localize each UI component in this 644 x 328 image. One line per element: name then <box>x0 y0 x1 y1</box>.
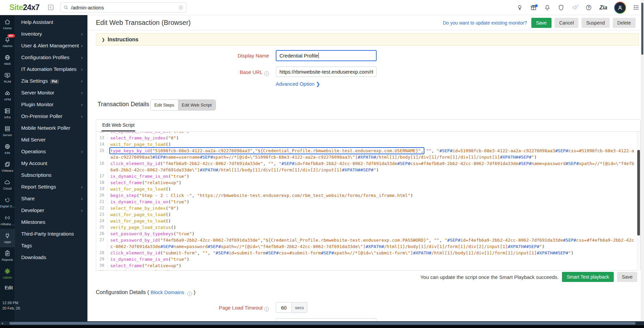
script-save-button[interactable]: Save <box>617 272 637 282</box>
rail-item-rum[interactable]: RUM <box>0 69 15 86</box>
code-line-25[interactable]: 25verify_page_load_status() <box>96 224 640 231</box>
rail-item-server[interactable]: Server <box>0 122 15 140</box>
sidebar-item-milestones[interactable]: Milestones <box>15 216 87 228</box>
code-line-17[interactable]: 17is_dynamic_frame_is_on("true") <box>96 173 640 179</box>
toggle-edit-web-script[interactable]: Edit Web Script <box>178 100 215 110</box>
code-line-16[interactable]: 16click_element_by_id("f4efb6a9-2bb2-42c… <box>96 160 640 173</box>
apps-grid-icon[interactable] <box>632 4 640 12</box>
bell-icon[interactable] <box>543 4 551 12</box>
code-line-23[interactable]: 23wait_for_page_to_load() <box>96 211 640 218</box>
sidebar-item-mobile-network-poller[interactable]: Mobile Network Poller <box>15 122 87 134</box>
base-url-input[interactable] <box>276 67 377 77</box>
rail-item-k8s[interactable]: K8s <box>0 140 15 158</box>
suspend-button[interactable]: Suspend <box>581 18 609 28</box>
code-line-31[interactable]: 31wait_for_page_to_load() <box>96 269 640 271</box>
code-line-12[interactable]: 12is_dynamic_frame_is_on("true") <box>96 132 640 135</box>
code-line-13[interactable]: 13select_frame_by_index("0") <box>96 135 640 141</box>
code-editor[interactable]: 12is_dynamic_frame_is_on("true")13select… <box>96 132 640 271</box>
page-horizontal-scrollbar-thumb[interactable] <box>9 322 636 325</box>
code-line-28[interactable]: 28click_element_by_id("submit-form", "",… <box>96 250 640 256</box>
rail-item-alibaba[interactable]: Alibaba ... <box>0 211 15 229</box>
lightbulb-icon[interactable] <box>516 4 524 12</box>
sidebar-item-tags[interactable]: Tags <box>15 240 87 251</box>
clear-search-icon[interactable] <box>178 5 184 10</box>
code-line-29[interactable]: 29is_dynamic_frame_is_on("true") <box>96 256 640 262</box>
smart-test-playback-button[interactable]: Smart Test playback <box>562 272 614 282</box>
editor-scrollbar[interactable] <box>637 132 640 271</box>
instructions-accordion[interactable]: ❯ Instructions <box>96 33 639 46</box>
avatar[interactable] <box>614 2 626 14</box>
megaphone-icon[interactable] <box>571 4 579 12</box>
rail-item-infra[interactable]: Infra <box>0 104 15 122</box>
site24x7-logo[interactable]: Site24x7 <box>9 3 39 12</box>
rail-item-reports[interactable]: Reports <box>0 247 15 264</box>
sidebar-item-share[interactable]: Share› <box>15 193 87 204</box>
code-line-27[interactable]: 27set_password_by_id("f4efb6a9-2bb2-42cc… <box>96 237 640 250</box>
code-line-18[interactable]: 18select_frame("relative=up") <box>96 179 640 186</box>
rail-item-admin[interactable]: Admin <box>0 264 15 282</box>
code-line-20[interactable]: 20begin_step("Step - 2 : Click -", "http… <box>96 192 640 199</box>
sidebar-item-configuration-profiles[interactable]: Configuration Profiles› <box>15 51 87 63</box>
page-vertical-scrollbar-thumb[interactable] <box>641 3 643 55</box>
sidebar-item-plugin-monitor[interactable]: Plugin Monitor› <box>15 98 87 110</box>
admin-submenu-edit[interactable]: Edit <box>5 285 13 290</box>
search-input[interactable] <box>71 5 178 10</box>
rail-item-web[interactable]: Web <box>0 51 15 69</box>
rail-item-apps[interactable]: Apps <box>0 229 15 247</box>
editor-scrollbar-thumb[interactable] <box>637 150 640 236</box>
sidebar-item-operations[interactable]: Operations› <box>15 146 87 157</box>
page-load-timeout-input[interactable] <box>276 302 292 313</box>
sidebar-item-developer[interactable]: Developer› <box>15 204 87 216</box>
display-name-input[interactable]: Credential Profile <box>276 50 377 61</box>
info-icon[interactable]: i <box>187 291 192 296</box>
help-icon[interactable] <box>584 4 593 12</box>
shield-icon[interactable] <box>557 4 565 12</box>
zia-icon[interactable]: Zia <box>598 4 608 12</box>
rail-item-cloud[interactable]: Cloud <box>0 175 15 193</box>
sidebar-item-zia-settings[interactable]: Zia SettingsPvt› <box>15 75 87 87</box>
delete-button[interactable]: Delete <box>613 18 636 28</box>
code-line-15[interactable]: 15type_keys_by_id("51098fcb-68e3-4122-aa… <box>96 148 640 160</box>
sidebar-item-my-account[interactable]: My Account <box>15 157 87 169</box>
sidebar-item-server-monitor[interactable]: Server Monitor› <box>15 87 87 98</box>
scroll-left-arrow-icon[interactable]: ◄ <box>1 322 4 325</box>
sidebar-item-help-assistant[interactable]: Help Assistant <box>15 16 87 28</box>
sidebar-item-user-alert-management[interactable]: User & Alert Management› <box>15 40 87 51</box>
toggle-edit-steps[interactable]: Edit Steps <box>151 100 178 110</box>
rail-item-digital[interactable]: Digital O... <box>0 193 15 211</box>
sidebar-item-report-settings[interactable]: Report Settings› <box>15 181 87 193</box>
sidebar-item-it-automation-templates[interactable]: IT Automation Templates› <box>15 63 87 75</box>
sidebar-collapse-icon[interactable] <box>47 3 55 11</box>
update-existing-monitor-link[interactable]: Do you want to update existing monitor? <box>443 20 527 26</box>
sidebar-item-on-premise-poller[interactable]: On-Premise Poller› <box>15 110 87 122</box>
cancel-button[interactable]: Cancel <box>555 18 579 28</box>
page-horizontal-scrollbar[interactable]: ◄ <box>0 321 644 325</box>
code-line-19[interactable]: 19wait_for_page_to_load() <box>96 186 640 192</box>
global-search[interactable] <box>60 2 187 12</box>
sidebar-item-downloads[interactable]: Downloads <box>15 251 87 263</box>
code-line-26[interactable]: 26set_password_by_typekeys("true") <box>96 231 640 237</box>
code-line-22[interactable]: 22select_frame_by_index("0") <box>96 205 640 211</box>
rail-item-home[interactable]: Home <box>0 15 15 33</box>
block-domains-link[interactable]: Block Domains <box>151 289 184 295</box>
page-vertical-scrollbar[interactable] <box>641 0 644 321</box>
info-icon[interactable]: i <box>264 307 269 312</box>
rail-item-apm[interactable]: APM <box>0 86 15 104</box>
sidebar-item-mid-server[interactable]: Mid Server <box>15 134 87 146</box>
save-button[interactable]: Save <box>531 18 552 28</box>
advanced-option-link[interactable]: Advanced Option ❯ <box>276 81 320 87</box>
gift-icon[interactable] <box>529 4 537 12</box>
tab-edit-web-script[interactable]: Edit Web Script <box>102 122 135 131</box>
code-line-14[interactable]: 14wait_for_page_to_load() <box>96 141 640 148</box>
code-line-30[interactable]: 30select_frame("relative=up") <box>96 262 640 269</box>
avatar[interactable] <box>615 2 626 13</box>
code-line-21[interactable]: 21is_dynamic_frame_is_on("true") <box>96 199 640 205</box>
sidebar-item-inventory[interactable]: Inventory› <box>15 28 87 40</box>
sidebar-item-subscriptions[interactable]: Subscriptions <box>15 169 87 181</box>
rail-item-alarms[interactable]: Alarms99+ <box>0 33 15 51</box>
sidebar-item-third-party-integrations[interactable]: Third-Party Integrations <box>15 228 87 240</box>
rum-monitor-icon <box>4 72 11 79</box>
rail-item-vmware[interactable]: VMware <box>0 158 15 175</box>
code-line-24[interactable]: 24wait_for_page_to_load() <box>96 218 640 224</box>
info-icon[interactable]: i <box>264 71 269 76</box>
